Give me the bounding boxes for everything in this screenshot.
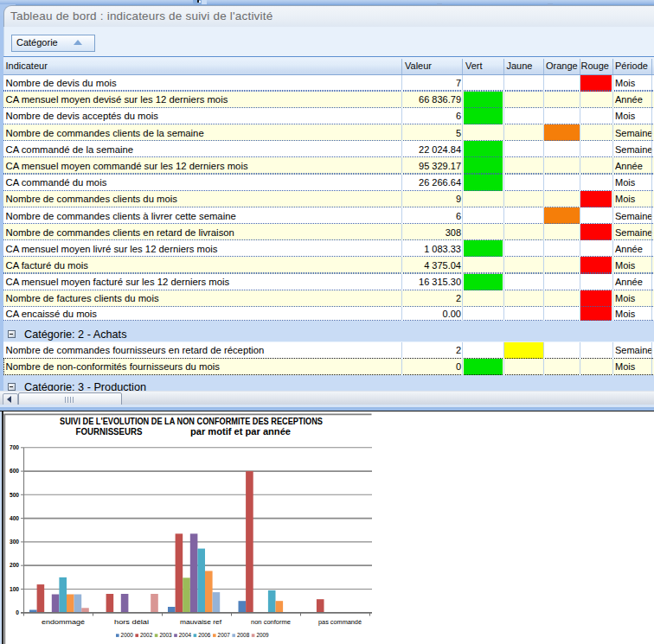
svg-text:700: 700 (10, 444, 19, 450)
svg-text:2004: 2004 (179, 632, 192, 638)
svg-text:par motif et par année: par motif et par année (190, 427, 291, 437)
svg-text:endommagé: endommagé (42, 619, 86, 626)
svg-text:500: 500 (10, 492, 19, 498)
svg-text:2008: 2008 (237, 632, 250, 638)
svg-text:mauvaise ref: mauvaise ref (180, 619, 221, 625)
svg-text:FOURNISSEURS: FOURNISSEURS (76, 427, 143, 437)
svg-text:2007: 2007 (218, 632, 231, 638)
svg-text:SUIVI DE L'EVOLUTION DE LA NON: SUIVI DE L'EVOLUTION DE LA NON CONFORMIT… (60, 417, 323, 426)
svg-text:2006: 2006 (198, 632, 211, 638)
svg-text:600: 600 (10, 468, 19, 474)
svg-text:300: 300 (10, 539, 19, 545)
svg-text:2009: 2009 (256, 632, 269, 638)
svg-text:2003: 2003 (159, 632, 172, 638)
svg-text:2002: 2002 (140, 632, 153, 638)
svg-text:2000: 2000 (121, 632, 134, 638)
svg-text:0: 0 (16, 609, 19, 615)
svg-text:100: 100 (10, 586, 19, 592)
svg-text:hors délai: hors délai (114, 619, 149, 625)
svg-text:non conforme: non conforme (251, 619, 292, 625)
svg-text:400: 400 (10, 515, 19, 521)
svg-text:pas commandé: pas commandé (318, 619, 362, 626)
svg-text:200: 200 (10, 562, 19, 568)
